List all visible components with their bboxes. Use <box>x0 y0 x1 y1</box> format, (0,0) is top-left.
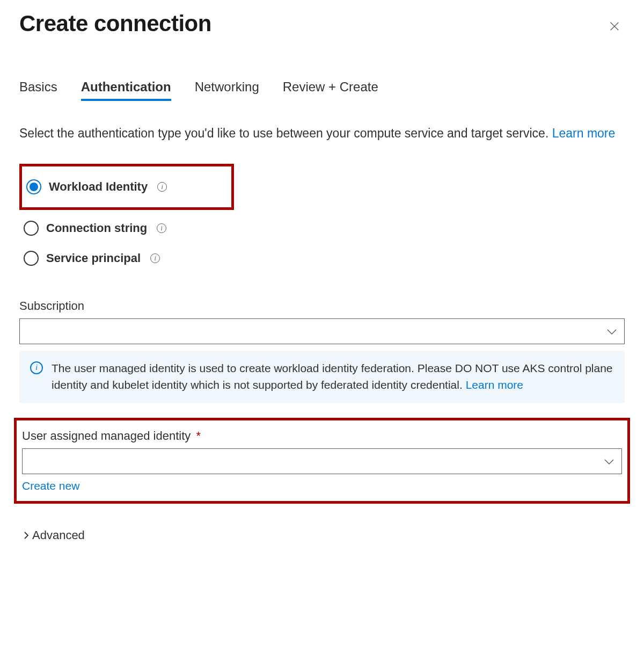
banner-learn-more-link[interactable]: Learn more <box>466 379 523 391</box>
tab-networking[interactable]: Networking <box>195 79 259 101</box>
tab-authentication[interactable]: Authentication <box>81 79 171 101</box>
create-new-link[interactable]: Create new <box>22 480 79 492</box>
banner-text: The user managed identity is used to cre… <box>52 360 614 393</box>
tabs: Basics Authentication Networking Review … <box>19 79 625 101</box>
radio-connection-string[interactable]: Connection string i <box>19 213 625 243</box>
info-icon[interactable]: i <box>157 182 167 192</box>
create-connection-panel: Create connection Basics Authentication … <box>0 0 644 564</box>
advanced-label: Advanced <box>32 528 85 542</box>
tab-review-create[interactable]: Review + Create <box>283 79 378 101</box>
required-indicator: * <box>196 429 201 442</box>
uami-dropdown[interactable] <box>22 448 622 474</box>
intro-text-body: Select the authentication type you'd lik… <box>19 126 552 140</box>
uami-label-text: User assigned managed identity <box>22 429 191 442</box>
banner-body: The user managed identity is used to cre… <box>52 362 613 390</box>
uami-label: User assigned managed identity * <box>22 429 622 443</box>
subscription-field: Subscription <box>19 299 625 344</box>
info-banner: i The user managed identity is used to c… <box>19 351 625 403</box>
advanced-toggle[interactable]: Advanced <box>19 528 625 542</box>
radio-label: Workload Identity <box>49 180 148 194</box>
close-button[interactable] <box>604 16 625 37</box>
panel-header: Create connection <box>19 11 625 37</box>
highlight-workload-identity: Workload Identity i <box>19 164 234 210</box>
chevron-down-icon <box>607 325 617 338</box>
chevron-right-icon <box>24 531 29 540</box>
subscription-dropdown[interactable] <box>19 318 625 344</box>
highlight-uami: User assigned managed identity * Create … <box>14 418 630 504</box>
radio-service-principal[interactable]: Service principal i <box>19 243 625 273</box>
info-icon: i <box>30 361 43 374</box>
intro-learn-more-link[interactable]: Learn more <box>552 126 616 140</box>
close-icon <box>609 20 620 32</box>
info-icon[interactable]: i <box>157 223 166 233</box>
info-icon[interactable]: i <box>150 253 160 263</box>
subscription-label: Subscription <box>19 299 625 313</box>
auth-type-radio-group: Workload Identity i Connection string i … <box>19 164 625 273</box>
tab-basics[interactable]: Basics <box>19 79 57 101</box>
radio-label: Service principal <box>46 251 141 265</box>
radio-indicator <box>24 251 39 266</box>
radio-workload-identity[interactable]: Workload Identity i <box>22 172 231 202</box>
chevron-down-icon <box>604 455 614 468</box>
radio-label: Connection string <box>46 221 147 235</box>
intro-text: Select the authentication type you'd lik… <box>19 125 625 142</box>
radio-indicator <box>26 179 41 194</box>
radio-indicator <box>24 221 39 236</box>
page-title: Create connection <box>19 11 211 37</box>
